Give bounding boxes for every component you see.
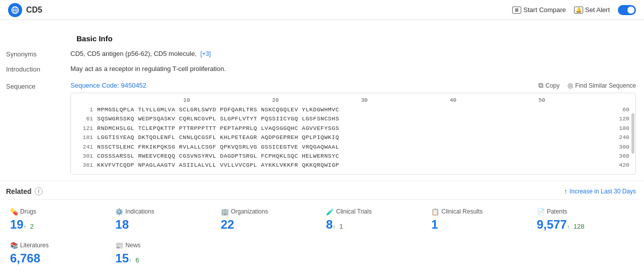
related-header: Related i ↑ Increase in Last 30 Days [0,181,644,199]
start-compare-button[interactable]: ⊞ Start Compare [512,6,566,14]
stat-value: 15↑ 6 [115,251,212,265]
related-info-icon[interactable]: i [35,187,43,195]
stat-label: Literatures [20,242,49,249]
introduction-label: Introduction [6,65,40,73]
related-trend: ↑ Increase in Last 30 Days [564,187,636,195]
stat-icon: 📰 [115,242,123,249]
sequence-line: 121RNDMCHSLGL TCLEPQKTTP PTTRPPPTTT PEPT… [77,124,629,133]
stat-label: Clinical Trials [336,208,372,215]
stat-item[interactable]: 📄 Patents 9,577↑ 128 [533,206,638,238]
start-compare-label: Start Compare [523,6,566,14]
sequence-lines: 1MPMGSLQPLA TLYLLGMLVA SCLGRLSWYD PDFQAR… [77,105,629,170]
stat-icon: 📄 [537,208,545,216]
delta-arrow: ↑ [129,257,132,263]
compare-icon: ⊞ [512,7,521,14]
copy-label: Copy [545,82,559,89]
stat-item[interactable]: 📰 News 15↑ 6 [111,240,216,271]
basic-info-title: Basic Info [70,27,636,47]
delta-arrow: ↑ [567,224,570,230]
sequence-ruler: 10 20 30 40 50 [77,97,629,103]
stat-item[interactable]: 📚 Literatures 6,768 [6,240,111,271]
related-title: Related [6,187,32,195]
sequence-line: 61SQSWGRSSKQ WEDPSQASKV CQRLNCGVPL SLGPF… [77,114,629,123]
alert-icon: 🔔 [574,7,583,14]
synonyms-label: Synonyms [6,50,37,58]
delta-arrow: ↑ [24,224,27,230]
copy-button[interactable]: ⧉ Copy [538,81,559,90]
stat-label: News [125,242,140,249]
stat-icon: 🏢 [221,208,229,216]
find-similar-button[interactable]: ◎ Find Similar Sequence [568,82,636,89]
page-title: CD5 [26,6,42,15]
stat-icon: 💊 [10,208,18,216]
stat-icon: ⚙️ [115,208,123,216]
stat-value: 8↑ 1 [326,218,423,232]
stat-value: 19↑ 2 [10,218,107,232]
sequence-label: Sequence [6,83,36,90]
stat-value: 22 [221,218,318,232]
stat-label: Organizations [231,208,268,215]
delta-arrow: ↑ [333,224,336,230]
stat-value: 6,768 [10,251,107,265]
sequence-line: 241NSSCTSLEHC FRKIKPQKSG RVLALLCSGF QPKV… [77,143,629,152]
stat-label: Drugs [20,208,36,215]
stat-label: Indications [125,208,154,215]
sequence-line: 1MPMGSLQPLA TLYLLGMLVA SCLGRLSWYD PDFQAR… [77,105,629,114]
delta-value: 128 [572,223,584,230]
trend-label: Increase in Last 30 Days [570,188,636,195]
sequence-line: 181LGGTISYEAQ DKTQDLENFL CNNLQCGSFL KHLP… [77,133,629,142]
delta-value: 2 [28,223,34,230]
scroll-indicator [631,113,634,154]
stat-icon: 📚 [10,242,18,249]
stat-value: 18 [115,218,212,232]
delta-value: 6 [134,256,139,264]
delta-value: 1 [338,223,343,230]
stat-label: Patents [547,208,568,215]
stat-item[interactable]: ⚙️ Indications 18 [111,206,216,238]
stat-item[interactable]: 🏢 Organizations 22 [217,206,322,238]
set-alert-label: Set Alert [585,6,610,14]
copy-icon: ⧉ [538,81,543,90]
header-right: ⊞ Start Compare 🔔 Set Alert [512,5,636,15]
find-similar-icon: ◎ [568,82,573,89]
introduction-value: May act as a receptor in regulating T-ce… [70,65,226,73]
synonyms-plus-link[interactable]: [+3] [200,50,210,57]
stat-item[interactable]: 🧪 Clinical Trials 8↑ 1 [322,206,427,238]
trend-up-arrow: ↑ [564,187,568,195]
synonyms-value: CD5, CD5 antigen (p56-62), CD5 molecule, [70,50,197,57]
related-title-group: Related i [6,187,43,195]
sequence-viewer[interactable]: 10 20 30 40 50 1MPMGSLQPLA TLYLLGMLVA SC… [70,93,636,175]
stat-item[interactable]: 📋 Clinical Results 1 [427,206,532,238]
stats-grid-row1: 💊 Drugs 19↑ 2 ⚙️ Indications 18 🏢 Organi… [0,200,644,238]
stat-item[interactable]: 💊 Drugs 19↑ 2 [6,206,111,238]
set-alert-button[interactable]: 🔔 Set Alert [574,6,610,14]
stats-grid-row2: 📚 Literatures 6,768 📰 News 15↑ 6 [0,238,644,275]
stat-value: 1 [431,218,528,232]
header-left: CD5 [8,3,42,17]
stat-icon: 📋 [431,208,439,216]
alert-toggle[interactable] [618,5,636,15]
app-logo [8,3,22,17]
find-similar-label: Find Similar Sequence [575,82,636,89]
sequence-line: 301CDSSSARSSL RWEEVCREQQ CGSVNSYRVL DAGD… [77,152,629,161]
sequence-line: 361KKVFVTCQDP NPAGLAAGTV ASIILALVLL VVLL… [77,161,629,170]
stat-value: 9,577↑ 128 [537,218,634,232]
stat-icon: 🧪 [326,208,334,216]
stat-label: Clinical Results [441,208,482,215]
sequence-link[interactable]: Sequence Code: 9450452 [70,82,538,89]
header: CD5 ⊞ Start Compare 🔔 Set Alert [0,0,644,20]
